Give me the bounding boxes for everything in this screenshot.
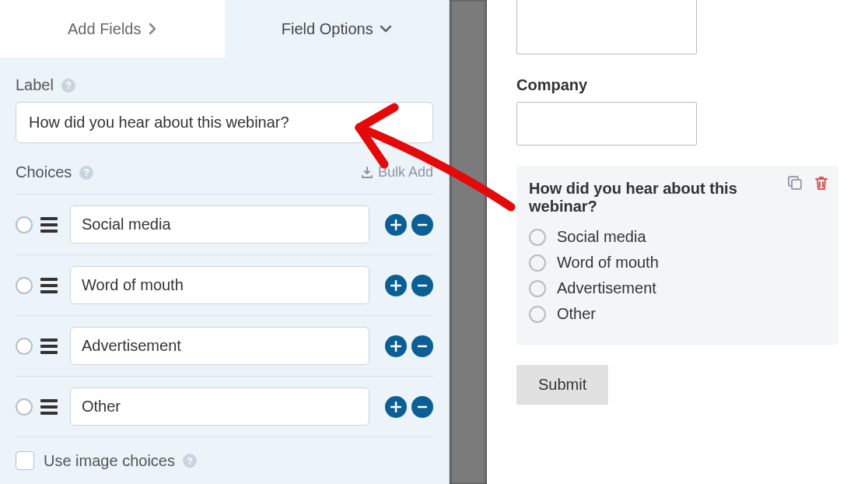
bulk-add-label: Bulk Add [378, 164, 433, 181]
panel-divider [450, 0, 487, 484]
radio-option-label: Social media [557, 228, 646, 246]
field-label-input[interactable] [16, 102, 433, 143]
preview-text-input[interactable] [516, 0, 697, 54]
label-section-header: Label ? [16, 76, 433, 94]
choice-text-input[interactable] [70, 327, 369, 365]
choice-text-input[interactable] [70, 205, 369, 244]
choice-row [16, 194, 433, 254]
bulk-add-link[interactable]: Bulk Add [361, 164, 433, 181]
form-preview: Company How did you hear about this webi… [487, 0, 868, 484]
selected-multiple-choice-field[interactable]: How did you hear about this webinar? Soc… [516, 166, 838, 345]
radio-option-label: Word of mouth [557, 254, 659, 272]
submit-button[interactable]: Submit [516, 365, 608, 405]
company-field-label: Company [516, 76, 838, 94]
help-icon[interactable]: ? [79, 166, 93, 180]
drag-handle-icon[interactable] [40, 276, 58, 295]
label-title: Label [16, 76, 54, 94]
trash-icon [814, 174, 829, 191]
tab-field-options[interactable]: Field Options [225, 0, 450, 58]
help-icon[interactable]: ? [183, 454, 197, 468]
options-body: Label ? Choices ? Bulk Add [0, 58, 449, 484]
choice-row [16, 254, 433, 315]
duplicate-field-button[interactable] [786, 174, 804, 192]
company-text-input[interactable] [516, 102, 697, 146]
tab-add-fields[interactable]: Add Fields [0, 0, 225, 58]
choices-title: Choices [16, 163, 72, 181]
field-action-buttons [786, 174, 831, 192]
radio-circle-icon [529, 254, 546, 272]
radio-option[interactable]: Word of mouth [529, 254, 826, 272]
radio-option-label: Other [557, 305, 596, 323]
radio-circle-icon [529, 306, 546, 323]
selected-field-label: How did you hear about this webinar? [529, 180, 826, 216]
tab-field-options-label: Field Options [282, 20, 373, 38]
use-image-choices-label: Use image choices [44, 452, 175, 470]
remove-choice-button[interactable] [411, 396, 433, 418]
duplicate-icon [786, 174, 803, 191]
svg-rect-1 [792, 180, 801, 189]
panel-tabs: Add Fields Field Options [0, 0, 449, 58]
radio-option[interactable]: Social media [529, 228, 826, 246]
image-choices-row: Use image choices ? [16, 437, 433, 484]
radio-option[interactable]: Other [529, 305, 826, 323]
radio-option-list: Social media Word of mouth Advertisement… [529, 228, 826, 323]
use-image-choices-checkbox[interactable] [16, 451, 34, 470]
choice-text-input[interactable] [70, 266, 369, 304]
add-choice-button[interactable] [385, 335, 407, 357]
choice-default-radio[interactable] [16, 277, 33, 294]
remove-choice-button[interactable] [411, 335, 433, 357]
radio-option[interactable]: Advertisement [529, 279, 826, 297]
drag-handle-icon[interactable] [40, 337, 58, 356]
drag-handle-icon[interactable] [40, 398, 58, 416]
remove-choice-button[interactable] [411, 275, 433, 296]
choice-default-radio[interactable] [16, 216, 33, 233]
tab-add-fields-label: Add Fields [68, 20, 142, 38]
choice-row [16, 315, 433, 376]
delete-field-button[interactable] [812, 174, 831, 192]
remove-choice-button[interactable] [411, 214, 433, 236]
help-icon[interactable]: ? [61, 79, 75, 93]
choice-text-input[interactable] [70, 388, 369, 426]
add-choice-button[interactable] [385, 275, 407, 296]
choice-default-radio[interactable] [16, 398, 33, 416]
radio-circle-icon [529, 229, 546, 246]
chevron-right-icon [148, 23, 157, 35]
choice-default-radio[interactable] [16, 338, 33, 355]
radio-circle-icon [529, 280, 546, 297]
preview-company-field: Company [516, 76, 838, 146]
add-choice-button[interactable] [385, 214, 407, 236]
drag-handle-icon[interactable] [40, 216, 58, 234]
download-icon [361, 167, 373, 179]
radio-option-label: Advertisement [557, 279, 656, 297]
choice-row [16, 376, 433, 437]
field-options-panel: Add Fields Field Options Label ? Choices… [0, 0, 450, 484]
add-choice-button[interactable] [385, 396, 407, 418]
chevron-down-icon [380, 24, 392, 33]
choices-header: Choices ? Bulk Add [16, 163, 433, 181]
